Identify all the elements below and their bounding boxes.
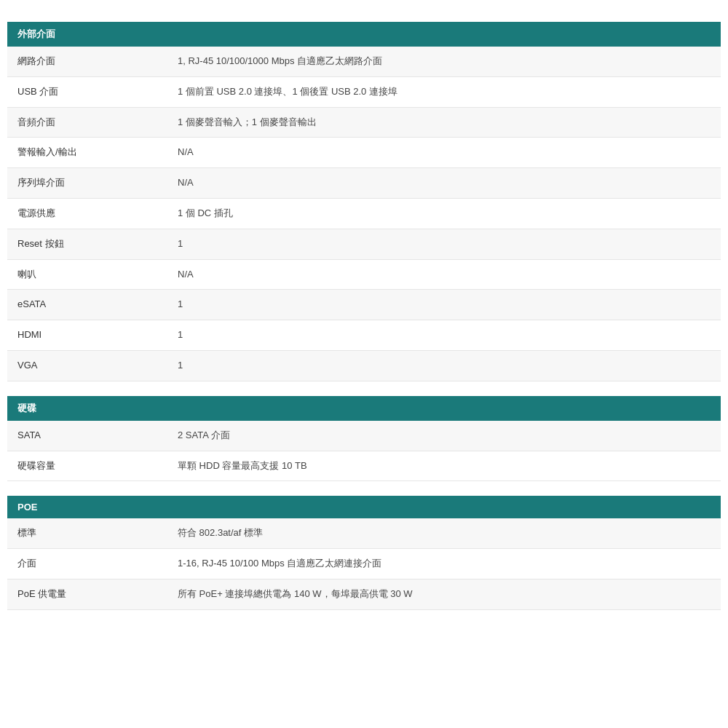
table-row: PoE 供電量所有 PoE+ 連接埠總供電為 140 W，每埠最高供電 30 W bbox=[7, 579, 721, 609]
table-row: 序列埠介面N/A bbox=[7, 168, 721, 199]
spec-value: 1 bbox=[167, 290, 721, 320]
table-row: Reset 按鈕1 bbox=[7, 229, 721, 259]
table-row: 硬碟容量單顆 HDD 容量最高支援 10 TB bbox=[7, 451, 721, 481]
section-header-external-interface: 外部介面 bbox=[7, 22, 721, 47]
spec-label: PoE 供電量 bbox=[7, 579, 167, 609]
spec-label: Reset 按鈕 bbox=[7, 229, 167, 259]
spec-label: 網路介面 bbox=[7, 47, 167, 76]
spec-value: 1 bbox=[167, 320, 721, 351]
spec-table-poe: 標準符合 802.3at/af 標準介面1-16, RJ-45 10/100 M… bbox=[7, 518, 721, 609]
spec-label: 硬碟容量 bbox=[7, 451, 167, 481]
spec-label: USB 介面 bbox=[7, 76, 167, 107]
table-row: 喇叭N/A bbox=[7, 259, 721, 290]
spec-label: HDMI bbox=[7, 320, 167, 351]
spec-value: N/A bbox=[167, 259, 721, 290]
spec-value: 單顆 HDD 容量最高支援 10 TB bbox=[167, 451, 721, 481]
table-row: USB 介面1 個前置 USB 2.0 連接埠、1 個後置 USB 2.0 連接… bbox=[7, 76, 721, 107]
spec-value: 1 bbox=[167, 229, 721, 259]
spec-label: 序列埠介面 bbox=[7, 168, 167, 199]
spec-label: VGA bbox=[7, 350, 167, 381]
spec-value: 1 個 DC 插孔 bbox=[167, 198, 721, 229]
table-row: 音頻介面1 個麥聲音輸入；1 個麥聲音輸出 bbox=[7, 107, 721, 138]
spec-label: 標準 bbox=[7, 518, 167, 548]
spec-label: 喇叭 bbox=[7, 259, 167, 290]
spec-label: 音頻介面 bbox=[7, 107, 167, 138]
spec-label: 電源供應 bbox=[7, 198, 167, 229]
section-external-interface: 外部介面網路介面1, RJ-45 10/100/1000 Mbps 自適應乙太網… bbox=[7, 22, 721, 381]
spec-value: 符合 802.3at/af 標準 bbox=[167, 518, 721, 548]
table-row: 電源供應1 個 DC 插孔 bbox=[7, 198, 721, 229]
spec-label: 警報輸入/輸出 bbox=[7, 138, 167, 168]
page-wrapper: 外部介面網路介面1, RJ-45 10/100/1000 Mbps 自適應乙太網… bbox=[0, 0, 728, 646]
table-row: 介面1-16, RJ-45 10/100 Mbps 自適應乙太網連接介面 bbox=[7, 549, 721, 579]
table-row: HDMI1 bbox=[7, 320, 721, 351]
spec-value: 所有 PoE+ 連接埠總供電為 140 W，每埠最高供電 30 W bbox=[167, 579, 721, 609]
spec-value: 1 個前置 USB 2.0 連接埠、1 個後置 USB 2.0 連接埠 bbox=[167, 76, 721, 107]
table-row: 警報輸入/輸出N/A bbox=[7, 138, 721, 168]
spec-table-external-interface: 網路介面1, RJ-45 10/100/1000 Mbps 自適應乙太網路介面U… bbox=[7, 47, 721, 381]
spec-table-hard-drive: SATA2 SATA 介面硬碟容量單顆 HDD 容量最高支援 10 TB bbox=[7, 421, 721, 482]
spec-value: 1-16, RJ-45 10/100 Mbps 自適應乙太網連接介面 bbox=[167, 549, 721, 579]
spec-value: N/A bbox=[167, 168, 721, 199]
spec-label: 介面 bbox=[7, 549, 167, 579]
spec-value: 1 個麥聲音輸入；1 個麥聲音輸出 bbox=[167, 107, 721, 138]
spec-value: N/A bbox=[167, 138, 721, 168]
spec-label: SATA bbox=[7, 421, 167, 451]
spec-value: 1 bbox=[167, 350, 721, 381]
table-row: VGA1 bbox=[7, 350, 721, 381]
table-row: eSATA1 bbox=[7, 290, 721, 320]
section-header-poe: POE bbox=[7, 496, 721, 518]
spec-label: eSATA bbox=[7, 290, 167, 320]
section-hard-drive: 硬碟SATA2 SATA 介面硬碟容量單顆 HDD 容量最高支援 10 TB bbox=[7, 396, 721, 482]
table-row: 網路介面1, RJ-45 10/100/1000 Mbps 自適應乙太網路介面 bbox=[7, 47, 721, 76]
section-header-hard-drive: 硬碟 bbox=[7, 396, 721, 421]
table-row: 標準符合 802.3at/af 標準 bbox=[7, 518, 721, 548]
table-row: SATA2 SATA 介面 bbox=[7, 421, 721, 451]
section-poe: POE標準符合 802.3at/af 標準介面1-16, RJ-45 10/10… bbox=[7, 496, 721, 609]
spec-value: 2 SATA 介面 bbox=[167, 421, 721, 451]
spec-value: 1, RJ-45 10/100/1000 Mbps 自適應乙太網路介面 bbox=[167, 47, 721, 76]
